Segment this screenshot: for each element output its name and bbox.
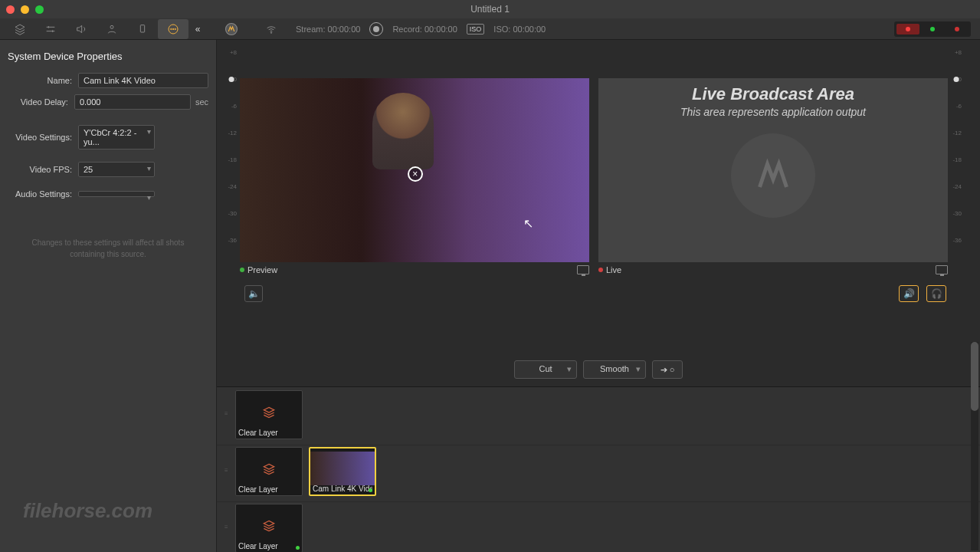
wifi-icon[interactable]	[256, 19, 287, 39]
selection-handle-icon[interactable]: ×	[408, 166, 423, 182]
live-label: Live	[598, 265, 948, 274]
drag-handle-icon[interactable]: ≡	[225, 390, 229, 417]
indicator-dark[interactable]	[946, 24, 969, 34]
layers-icon	[260, 518, 278, 537]
delay-field[interactable]	[74, 94, 191, 110]
window-controls	[6, 5, 44, 14]
go-button[interactable]: ➔ ○	[652, 360, 683, 379]
camera-shot[interactable]: Cam Link 4K Vide	[309, 447, 376, 496]
shot-thumbnail	[310, 452, 375, 485]
close-icon[interactable]	[6, 5, 15, 14]
layers-tab-icon[interactable]	[5, 19, 35, 39]
svg-point-4	[172, 28, 173, 29]
live-dot-icon	[598, 268, 603, 272]
audio-tab-icon[interactable]	[66, 19, 97, 39]
delay-label: Video Delay:	[8, 97, 74, 107]
live-screen: Live Broadcast Area This area represents…	[598, 78, 948, 262]
layer-row: ≡Clear Layer	[217, 502, 980, 552]
preview-dot-icon	[240, 268, 244, 272]
svg-point-5	[175, 28, 175, 29]
clear-layer-shot[interactable]: Clear Layer	[235, 390, 303, 439]
monitor-icon[interactable]	[577, 265, 589, 274]
properties-panel: System Device Properties Name: Video Del…	[0, 40, 217, 552]
live-indicator-icon	[296, 546, 300, 550]
layers-icon	[260, 462, 278, 481]
device-tab-icon[interactable]	[127, 19, 158, 39]
person-tab-icon[interactable]	[97, 19, 127, 39]
shot-label: Clear Layer	[238, 542, 300, 550]
record-status: Record: 00:00:00	[392, 25, 457, 34]
transition-smooth-select[interactable]: Smooth	[583, 360, 646, 379]
clear-layer-shot[interactable]: Clear Layer	[235, 504, 303, 552]
panel-hint: Changes to these settings will affect al…	[8, 237, 208, 260]
toolbar: « Stream: 00:00:00 Record: 00:00:00 ISO …	[0, 18, 980, 40]
app-logo-icon[interactable]	[216, 19, 247, 39]
name-label: Name:	[8, 76, 78, 85]
svg-point-3	[171, 28, 172, 29]
svg-rect-1	[140, 25, 144, 31]
watermark: filehorse.com	[23, 499, 152, 523]
svg-point-7	[270, 32, 271, 33]
app-logo-ghost-icon	[731, 133, 815, 218]
stream-status: Stream: 00:00:00	[296, 25, 360, 34]
fps-label: Video FPS:	[8, 165, 78, 174]
svg-point-0	[110, 25, 113, 28]
scrollbar[interactable]	[971, 342, 978, 550]
panel-title: System Device Properties	[8, 51, 208, 62]
video-settings-select[interactable]: Y'CbCr 4:2:2 - yu...	[78, 125, 155, 150]
headphones-icon[interactable]: 🎧	[926, 285, 946, 302]
content-area: +80-6-12-18-24-30-36 × ↖ Live Broadcast …	[217, 40, 980, 552]
cursor-icon: ↖	[523, 216, 533, 231]
fps-select[interactable]: 25	[78, 162, 155, 177]
status-indicators	[894, 21, 971, 37]
audio-meter-left: +80-6-12-18-24-30-36	[223, 46, 240, 339]
maximize-icon[interactable]	[35, 5, 44, 14]
preview-label: Preview	[240, 265, 589, 274]
video-settings-label: Video Settings:	[8, 133, 78, 142]
live-indicator-icon	[369, 488, 372, 492]
collapse-panel-icon[interactable]: «	[188, 19, 207, 39]
shot-label: Clear Layer	[238, 429, 300, 437]
indicator-red[interactable]	[896, 24, 919, 34]
preview-video: × ↖	[240, 78, 589, 262]
audio-settings-select[interactable]	[78, 191, 155, 197]
record-button[interactable]	[369, 22, 383, 36]
layers-panel: ≡Clear Layer≡Clear LayerCam Link 4K Vide…	[217, 386, 980, 552]
window-title: Untitled 1	[470, 4, 510, 15]
indicator-green[interactable]	[921, 24, 944, 34]
layers-icon	[260, 405, 278, 424]
monitor-icon[interactable]	[936, 265, 948, 274]
name-field[interactable]	[78, 73, 208, 88]
drag-handle-icon[interactable]: ≡	[225, 504, 229, 531]
speaker-right-icon[interactable]: 🔊	[899, 285, 919, 302]
titlebar: Untitled 1	[0, 0, 980, 18]
shot-label: Cam Link 4K Vide	[313, 485, 372, 493]
preview-screen[interactable]: × ↖	[240, 78, 589, 262]
transition-controls: Cut Smooth ➔ ○	[217, 339, 980, 386]
delay-unit: sec	[195, 97, 208, 107]
shot-label: Clear Layer	[238, 485, 300, 494]
iso-status: ISO: 00:00:00	[493, 25, 546, 34]
audio-meter-right: +80-6-12-18-24-30-36	[948, 46, 965, 339]
layer-row: ≡Clear LayerCam Link 4K Vide	[217, 445, 980, 502]
minimize-icon[interactable]	[21, 5, 29, 14]
audio-settings-label: Audio Settings:	[8, 189, 78, 199]
speaker-left-icon[interactable]: 🔈	[244, 285, 263, 302]
live-subtitle: This area represents application output	[680, 106, 866, 118]
live-title: Live Broadcast Area	[692, 84, 854, 104]
iso-badge[interactable]: ISO	[467, 24, 485, 34]
layer-row: ≡Clear Layer	[217, 389, 980, 445]
transition-cut-select[interactable]: Cut	[514, 360, 577, 379]
clear-layer-shot[interactable]: Clear Layer	[235, 447, 303, 496]
sliders-tab-icon[interactable]	[35, 19, 66, 39]
drag-handle-icon[interactable]: ≡	[225, 447, 229, 474]
more-tab-icon[interactable]	[158, 19, 188, 39]
